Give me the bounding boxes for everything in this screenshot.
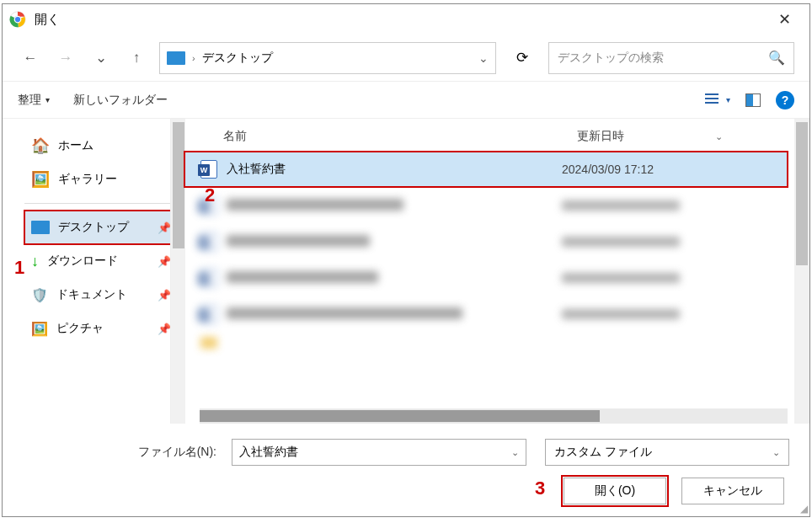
scrollbar-thumb[interactable] (173, 122, 184, 248)
sidebar-label: ホーム (58, 138, 93, 153)
back-button[interactable]: ← (18, 45, 43, 71)
annotation-3: 3 (535, 478, 545, 499)
file-row-selected[interactable]: 入社誓約書 2024/03/09 17:12 (184, 152, 788, 187)
search-input[interactable]: デスクトップの検索 🔍 (548, 42, 794, 74)
button-row: 開く(O) キャンセル (23, 478, 789, 504)
filetype-select[interactable]: カスタム ファイル ⌄ (545, 439, 789, 466)
sidebar: 🏠 ホーム 🖼️ ギャラリー デスクトップ 📌 ↓ ダウンロード 📌 🛡️ ドキ… (3, 119, 184, 424)
dialog-body: 🏠 ホーム 🖼️ ギャラリー デスクトップ 📌 ↓ ダウンロード 📌 🛡️ ドキ… (3, 119, 809, 424)
new-folder-label: 新しいフォルダー (73, 93, 168, 108)
pin-icon[interactable]: 📌 (158, 221, 171, 234)
annotation-2: 2 (205, 184, 215, 206)
preview-pane-button[interactable] (745, 93, 761, 107)
up-button[interactable]: ↑ (124, 45, 149, 71)
desktop-icon (167, 51, 185, 65)
chrome-icon (9, 11, 26, 28)
resize-grip[interactable]: ◢ (800, 503, 808, 515)
list-view-icon (705, 93, 722, 107)
word-file-icon (200, 160, 218, 179)
forward-button[interactable]: → (53, 45, 78, 71)
annotation-1: 1 (14, 257, 24, 279)
column-name[interactable]: 名前 (223, 129, 577, 144)
new-folder-button[interactable]: 新しいフォルダー (73, 93, 168, 108)
titlebar: 開く ✕ (3, 4, 809, 35)
filename-value: 入社誓約書 (239, 445, 511, 460)
sidebar-item-desktop[interactable]: デスクトップ 📌 (24, 211, 178, 244)
sidebar-item-pictures[interactable]: 🖼️ ピクチャ 📌 (24, 312, 178, 345)
pin-icon[interactable]: 📌 (158, 255, 171, 268)
file-row[interactable] (184, 224, 788, 259)
gallery-icon: 🖼️ (31, 170, 50, 189)
filename-row: ファイル名(N): 入社誓約書 ⌄ カスタム ファイル ⌄ (23, 439, 789, 466)
column-date[interactable]: 更新日時 ⌄ (577, 129, 809, 144)
dialog-footer: ファイル名(N): 入社誓約書 ⌄ カスタム ファイル ⌄ 開く(O) キャンセ… (3, 424, 809, 511)
view-button[interactable]: ▾ (705, 93, 730, 107)
chevron-down-icon[interactable]: ⌄ (511, 447, 519, 458)
filename-input[interactable]: 入社誓約書 ⌄ (232, 439, 526, 466)
sidebar-item-gallery[interactable]: 🖼️ ギャラリー (24, 163, 178, 196)
folder-icon (200, 334, 218, 352)
sidebar-item-documents[interactable]: 🛡️ ドキュメント 📌 (24, 278, 178, 312)
word-file-icon (200, 232, 218, 251)
word-file-icon (200, 269, 218, 287)
sidebar-item-downloads[interactable]: ↓ ダウンロード 📌 (24, 244, 178, 278)
pictures-icon: 🖼️ (31, 321, 48, 337)
file-list: 名前 更新日時 ⌄ 入社誓約書 2024/03/09 17:12 (184, 119, 809, 424)
search-icon[interactable]: 🔍 (768, 50, 785, 66)
sidebar-item-home[interactable]: 🏠 ホーム (24, 129, 178, 163)
horizontal-scrollbar[interactable] (200, 408, 788, 424)
recent-dropdown[interactable]: ⌄ (88, 45, 114, 71)
file-open-dialog: 開く ✕ ← → ⌄ ↑ › デスクトップ ⌄ ⟳ デスクトップの検索 🔍 整理… (2, 3, 810, 517)
sidebar-label: ドキュメント (56, 287, 127, 302)
close-button[interactable]: ✕ (766, 4, 803, 35)
chevron-down-icon[interactable]: ⌄ (772, 447, 780, 458)
organize-button[interactable]: 整理 ▾ (18, 93, 50, 108)
sidebar-label: ピクチャ (56, 321, 104, 336)
chevron-down-icon: ▾ (726, 95, 730, 104)
filename-label: ファイル名(N): (23, 445, 225, 460)
search-placeholder: デスクトップの検索 (558, 51, 768, 66)
file-row[interactable] (184, 296, 788, 332)
pin-icon[interactable]: 📌 (158, 323, 171, 335)
sidebar-label: デスクトップ (58, 220, 129, 235)
cancel-button[interactable]: キャンセル (681, 478, 784, 504)
chevron-down-icon: ▾ (45, 95, 50, 104)
breadcrumb[interactable]: › デスクトップ ⌄ (159, 42, 496, 74)
breadcrumb-dropdown-icon[interactable]: ⌄ (478, 51, 489, 65)
scrollbar-thumb[interactable] (796, 122, 808, 265)
pin-icon[interactable]: 📌 (158, 289, 171, 302)
file-name: 入社誓約書 (227, 162, 562, 177)
help-button[interactable]: ? (776, 91, 794, 109)
word-file-icon (200, 305, 218, 323)
open-button[interactable]: 開く(O) (564, 478, 666, 504)
nav-row: ← → ⌄ ↑ › デスクトップ ⌄ ⟳ デスクトップの検索 🔍 (3, 35, 809, 82)
breadcrumb-location[interactable]: デスクトップ (202, 51, 273, 66)
organize-label: 整理 (18, 93, 41, 108)
sort-indicator-icon: ⌄ (715, 131, 723, 142)
file-list-header: 名前 更新日時 ⌄ (184, 122, 809, 151)
sidebar-scrollbar[interactable] (170, 119, 185, 424)
download-icon: ↓ (31, 253, 39, 270)
sidebar-divider (24, 203, 178, 204)
sidebar-label: ギャラリー (58, 172, 117, 187)
home-icon: 🏠 (31, 136, 50, 155)
filelist-scrollbar[interactable] (794, 119, 809, 424)
breadcrumb-separator-icon: › (192, 53, 195, 63)
file-row[interactable] (184, 333, 788, 353)
document-icon: 🛡️ (31, 287, 48, 303)
refresh-button[interactable]: ⟳ (506, 42, 538, 74)
file-row[interactable] (184, 188, 788, 223)
toolbar: 整理 ▾ 新しいフォルダー ▾ ? (3, 82, 809, 119)
file-row[interactable] (184, 260, 788, 296)
filetype-value: カスタム ファイル (554, 445, 772, 460)
scrollbar-thumb[interactable] (200, 410, 600, 422)
file-date: 2024/03/09 17:12 (562, 163, 654, 176)
sidebar-label: ダウンロード (47, 253, 118, 269)
desktop-icon (31, 221, 50, 234)
dialog-title: 開く (35, 12, 766, 28)
svg-point-2 (14, 16, 21, 23)
